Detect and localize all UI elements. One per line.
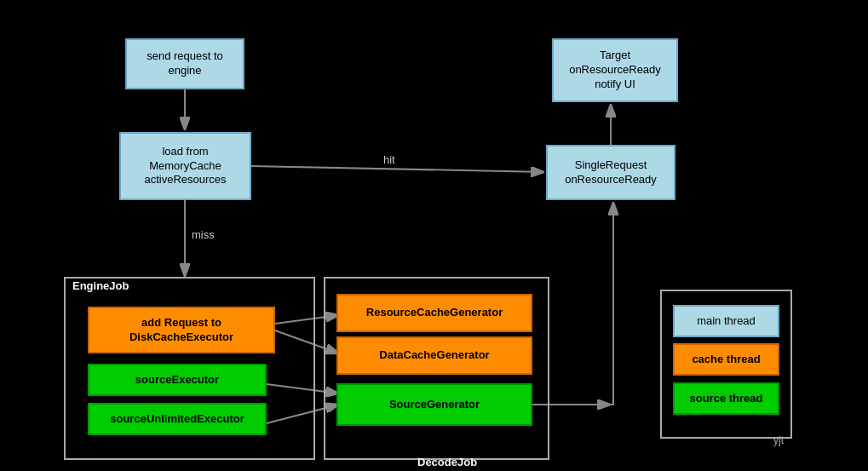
svg-line-2 <box>251 166 544 172</box>
source-unlimited-label: sourceUnlimitedExecutor <box>110 412 244 427</box>
main-thread-legend: main thread <box>673 305 779 337</box>
resource-cache-gen-node: ResourceCacheGenerator <box>336 294 532 332</box>
source-thread-label: source thread <box>690 392 763 406</box>
main-thread-label: main thread <box>697 314 756 329</box>
single-request-node: SingleRequest onResourceReady <box>546 145 675 200</box>
add-request-node: add Request to DiskCacheExecutor <box>88 307 275 353</box>
send-request-node: send request to engine <box>125 38 244 89</box>
load-from-memory-label: load from MemoryCache activeResources <box>144 145 226 188</box>
target-notify-label: Target onResourceReady notify UI <box>569 49 661 92</box>
source-executor-label: sourceExecutor <box>135 373 219 388</box>
yjt-label: yjt <box>773 434 784 446</box>
cache-thread-legend: cache thread <box>673 343 779 376</box>
resource-cache-gen-label: ResourceCacheGenerator <box>366 306 503 320</box>
decode-job-label: DecodeJob <box>417 456 477 468</box>
hit-label: hit <box>383 153 395 166</box>
send-request-label: send request to engine <box>147 49 223 78</box>
load-from-memory-node: load from MemoryCache activeResources <box>119 132 251 200</box>
engine-job-label: EngineJob <box>72 279 129 292</box>
source-gen-node: SourceGenerator <box>336 383 532 426</box>
single-request-label: SingleRequest onResourceReady <box>565 158 657 187</box>
source-gen-label: SourceGenerator <box>389 398 480 412</box>
miss-label: miss <box>192 228 215 241</box>
data-cache-gen-node: DataCacheGenerator <box>336 336 532 375</box>
cache-thread-label: cache thread <box>692 353 760 367</box>
source-unlimited-executor-node: sourceUnlimitedExecutor <box>88 403 267 435</box>
source-executor-node: sourceExecutor <box>88 364 267 396</box>
diagram: send request to engine load from MemoryC… <box>0 0 868 471</box>
data-cache-gen-label: DataCacheGenerator <box>379 348 489 363</box>
target-notify-node: Target onResourceReady notify UI <box>552 38 678 102</box>
add-request-label: add Request to DiskCacheExecutor <box>129 316 233 345</box>
source-thread-legend: source thread <box>673 382 779 415</box>
